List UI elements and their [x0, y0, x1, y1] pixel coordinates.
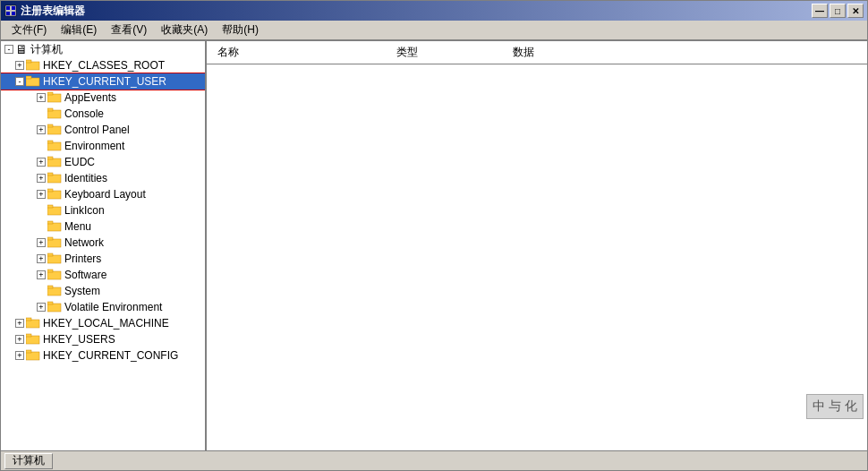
- folder-icon-system: [47, 284, 62, 299]
- svg-rect-7: [26, 78, 39, 86]
- status-text: 计算机: [4, 453, 53, 469]
- expand-hklm[interactable]: +: [15, 319, 24, 328]
- expand-keyboardlayout[interactable]: +: [37, 190, 46, 199]
- tree-panel[interactable]: - 🖥 计算机 + HKEY_CLASSES_ROOT -: [1, 41, 207, 450]
- folder-icon-hkcr: [26, 58, 40, 73]
- tree-item-environment[interactable]: Environment: [1, 138, 205, 154]
- tree-item-printers[interactable]: + Printers: [1, 251, 205, 267]
- tree-label-controlpanel: Control Panel: [64, 124, 130, 136]
- svg-rect-42: [26, 350, 31, 353]
- value-list: 中 与 化: [207, 64, 867, 423]
- menu-file[interactable]: 文件(F): [4, 21, 54, 39]
- tree-item-volatile[interactable]: + Volatile Environment: [1, 299, 205, 315]
- svg-rect-40: [26, 334, 31, 337]
- tree-item-menu[interactable]: Menu: [1, 218, 205, 235]
- svg-rect-11: [47, 110, 61, 118]
- tree-item-identities[interactable]: + Identities: [1, 170, 205, 186]
- expand-hku[interactable]: +: [15, 335, 24, 344]
- svg-rect-4: [12, 12, 15, 15]
- svg-rect-35: [47, 304, 61, 312]
- tree-label-hku: HKEY_USERS: [43, 333, 115, 346]
- col-header-type: 类型: [389, 43, 506, 62]
- menu-view[interactable]: 查看(V): [104, 21, 154, 39]
- tree-item-eudc[interactable]: + EUDC: [1, 154, 205, 170]
- registry-editor-window: 注册表编辑器 — □ ✕ 文件(F) 编辑(E) 查看(V) 收藏夹(A) 帮助…: [0, 0, 868, 471]
- expand-hkcr[interactable]: +: [15, 61, 24, 70]
- folder-icon-identities: [47, 171, 62, 186]
- svg-rect-22: [47, 189, 53, 192]
- svg-rect-25: [47, 223, 61, 231]
- close-button[interactable]: ✕: [847, 4, 864, 18]
- expand-eudc[interactable]: +: [37, 158, 46, 167]
- expand-identities[interactable]: +: [37, 174, 46, 183]
- expand-volatile[interactable]: +: [37, 303, 46, 312]
- expand-appevents[interactable]: +: [37, 93, 46, 102]
- folder-icon-console: [47, 107, 62, 122]
- menu-edit[interactable]: 编辑(E): [54, 21, 104, 39]
- expand-printers[interactable]: +: [37, 254, 46, 263]
- svg-rect-6: [26, 60, 31, 63]
- title-controls: — □ ✕: [812, 4, 864, 18]
- tree-item-software[interactable]: + Software: [1, 267, 205, 283]
- folder-icon-menu: [47, 219, 62, 235]
- expand-network[interactable]: +: [37, 238, 46, 247]
- svg-rect-10: [47, 92, 53, 95]
- tree-item-hkcu[interactable]: - HKEY_CURRENT_USER: [1, 73, 205, 90]
- tree-item-hklm[interactable]: + HKEY_LOCAL_MACHINE: [1, 315, 205, 331]
- tree-label-network: Network: [64, 236, 104, 249]
- svg-rect-14: [47, 124, 53, 127]
- svg-rect-29: [47, 255, 61, 263]
- svg-rect-17: [47, 158, 61, 167]
- col-header-data: 数据: [506, 43, 685, 62]
- expand-computer[interactable]: -: [4, 45, 13, 54]
- svg-rect-19: [47, 175, 61, 183]
- tree-item-network[interactable]: + Network: [1, 235, 205, 251]
- main-area: - 🖥 计算机 + HKEY_CLASSES_ROOT -: [1, 40, 867, 450]
- col-header-name: 名称: [210, 43, 389, 62]
- folder-icon-controlpanel: [47, 123, 62, 138]
- svg-rect-1: [6, 6, 10, 10]
- menu-favorites[interactable]: 收藏夹(A): [154, 21, 215, 39]
- svg-rect-38: [26, 318, 31, 321]
- maximize-button[interactable]: □: [830, 4, 846, 18]
- tree-item-hkcr[interactable]: + HKEY_CLASSES_ROOT: [1, 57, 205, 73]
- svg-rect-5: [26, 62, 39, 70]
- tree-item-hku[interactable]: + HKEY_USERS: [1, 331, 205, 347]
- folder-icon-software: [47, 268, 62, 283]
- folder-icon-network: [47, 236, 62, 251]
- tree-label-hkcr: HKEY_CLASSES_ROOT: [43, 59, 165, 72]
- expand-software[interactable]: +: [37, 270, 46, 279]
- tree-item-computer[interactable]: - 🖥 计算机: [1, 41, 205, 57]
- tree-label-linkicon: LinkIcon: [64, 204, 105, 217]
- svg-rect-16: [47, 141, 53, 143]
- tree-label-menu: Menu: [64, 220, 91, 233]
- tree-item-keyboardlayout[interactable]: + Keyboard Layout: [1, 186, 205, 202]
- svg-rect-39: [26, 336, 39, 344]
- svg-rect-34: [47, 286, 53, 288]
- folder-icon-keyboardlayout: [47, 187, 62, 202]
- svg-rect-15: [47, 142, 61, 150]
- svg-rect-13: [47, 126, 61, 134]
- computer-icon: 🖥: [15, 42, 28, 56]
- expand-hkcu[interactable]: -: [15, 77, 24, 86]
- svg-rect-20: [47, 173, 53, 176]
- svg-rect-36: [47, 302, 53, 304]
- minimize-button[interactable]: —: [812, 4, 828, 18]
- tree-item-hkcc[interactable]: + HKEY_CURRENT_CONFIG: [1, 347, 205, 364]
- tree-item-console[interactable]: Console: [1, 106, 205, 122]
- tree-item-system[interactable]: System: [1, 283, 205, 299]
- tree-item-linkicon[interactable]: LinkIcon: [1, 202, 205, 218]
- svg-rect-26: [47, 221, 53, 224]
- expand-hkcc[interactable]: +: [15, 351, 24, 360]
- svg-rect-32: [47, 270, 53, 272]
- title-bar: 注册表编辑器 — □ ✕: [1, 1, 867, 21]
- tree-label-printers: Printers: [64, 253, 101, 265]
- registry-icon: [4, 4, 17, 17]
- tree-label-console: Console: [64, 107, 104, 120]
- tree-item-controlpanel[interactable]: + Control Panel: [1, 122, 205, 138]
- menu-help[interactable]: 帮助(H): [215, 21, 266, 39]
- folder-icon-printers: [47, 252, 62, 267]
- expand-controlpanel[interactable]: +: [37, 125, 46, 134]
- svg-rect-28: [47, 237, 53, 240]
- tree-item-appevents[interactable]: + AppEvents: [1, 90, 205, 106]
